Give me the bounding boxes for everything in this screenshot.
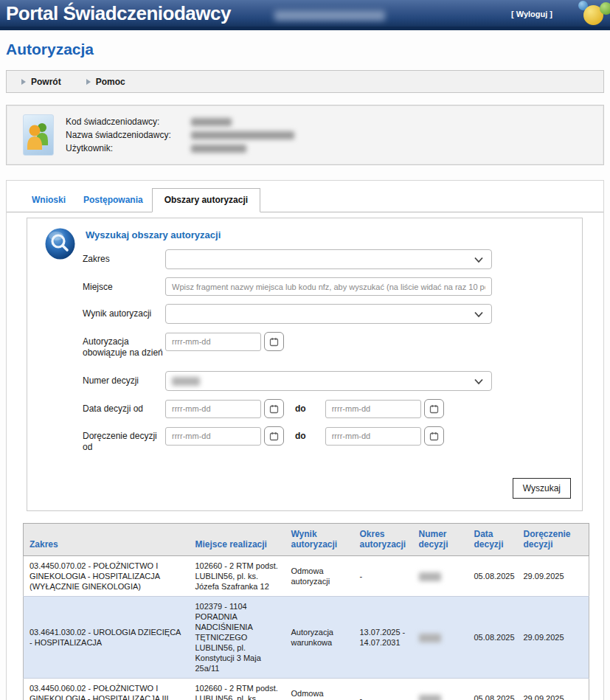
logo-circle-green <box>600 2 610 15</box>
table-row[interactable]: 03.4450.070.02 - POŁOŻNICTWO I GINEKOLOG… <box>24 556 589 597</box>
cell-numer <box>413 556 468 597</box>
cell-miejsce: 102660 - 2 RTM podst. LUBLIN56, pl. ks. … <box>190 679 285 700</box>
table-row[interactable]: 03.4450.060.02 - POŁOŻNICTWO I GINEKOLOG… <box>24 679 589 700</box>
autoryzacja-dzien-date-input[interactable] <box>165 333 261 351</box>
doreczenie-od-input[interactable] <box>165 427 261 446</box>
col-data: Data decyzji <box>468 524 518 556</box>
cell-doreczenie: 29.09.2025 <box>518 679 589 700</box>
form-row-data-decyzji: Data decyzji od do <box>27 399 582 418</box>
zakres-label: Zakres <box>83 249 165 265</box>
arrow-right-icon <box>86 79 91 85</box>
doreczenie-do-input[interactable] <box>325 427 421 446</box>
do-label: do <box>295 403 306 414</box>
search-submit-button[interactable]: Wyszukaj <box>513 478 571 499</box>
cell-okres: 13.07.2025 - 14.07.2031 <box>354 597 413 679</box>
form-row-wynik: Wynik autoryzacji <box>27 304 582 324</box>
provider-user-redacted <box>191 145 246 153</box>
tab-obszary-autoryzacji[interactable]: Obszary autoryzacji <box>152 188 260 212</box>
cell-data-decyzji: 05.08.2025 <box>468 597 518 679</box>
col-okres: Okres autoryzacji <box>354 524 413 556</box>
numer-decyzji-select[interactable] <box>165 371 492 391</box>
calendar-icon <box>269 404 279 414</box>
miejsce-input[interactable] <box>165 277 492 296</box>
calendar-button[interactable] <box>264 399 284 418</box>
toolbar-item-powrot[interactable]: Powrót <box>21 77 61 87</box>
search-form: Zakres Miejsce Wynik autoryzacji <box>27 249 582 453</box>
calendar-icon <box>269 337 279 347</box>
col-numer: Numer decyzji <box>413 524 468 556</box>
calendar-icon <box>429 404 439 414</box>
numer-decyzji-redacted-value <box>172 377 200 386</box>
col-wynik: Wynik autoryzacji <box>285 524 354 556</box>
logout-link[interactable]: [ Wyloguj ] <box>511 10 552 18</box>
main-panel: Wnioski Postępowania Obszary autoryzacji <box>6 180 604 700</box>
logo-circles-icon <box>576 0 610 30</box>
form-row-numer-decyzji: Numer decyzji <box>27 371 582 391</box>
numer-decyzji-redacted <box>419 695 441 700</box>
provider-name-label: Nazwa świadczeniodawcy: <box>66 130 191 140</box>
form-row-zakres: Zakres <box>27 249 582 269</box>
wynik-autoryzacji-select[interactable] <box>165 304 492 324</box>
header-redacted-text <box>274 10 385 21</box>
table-row[interactable]: 03.4641.030.02 - UROLOGIA DZIECIĘCA - HO… <box>24 597 589 679</box>
toolbar-item-pomoc[interactable]: Pomoc <box>86 77 125 87</box>
app-header: Portal Świadczeniodawcy [ Wyloguj ] <box>0 0 610 30</box>
cell-doreczenie: 29.09.2025 <box>518 597 589 679</box>
users-icon <box>23 114 54 156</box>
cell-numer <box>413 597 468 679</box>
cell-data-decyzji: 05.08.2025 <box>468 679 518 700</box>
provider-user-label: Użytkownik: <box>66 143 191 153</box>
cell-data-decyzji: 05.08.2025 <box>468 556 518 597</box>
cell-numer <box>413 679 468 700</box>
chevron-down-icon <box>474 377 484 387</box>
page-root: Portal Świadczeniodawcy [ Wyloguj ] Auto… <box>0 0 610 700</box>
toolbar: Powrót Pomoc <box>6 70 604 93</box>
data-decyzji-od-label: Data decyzji od <box>83 399 165 415</box>
provider-details: Kod świadczeniodawcy: Nazwa świadczeniod… <box>66 117 294 153</box>
chevron-down-icon <box>474 310 484 319</box>
cell-miejsce: 102660 - 2 RTM podst. LUBLIN56, pl. ks. … <box>190 556 285 597</box>
cell-zakres: 03.4450.060.02 - POŁOŻNICTWO I GINEKOLOG… <box>24 679 190 700</box>
tab-bar: Wnioski Postępowania Obszary autoryzacji <box>7 181 603 212</box>
calendar-button[interactable] <box>424 426 444 446</box>
numer-decyzji-redacted <box>419 572 441 581</box>
col-doreczenie: Doręczenie decyzji <box>518 524 589 556</box>
provider-name-redacted <box>191 131 294 139</box>
wynik-autoryzacji-label: Wynik autoryzacji <box>83 304 165 319</box>
form-row-autoryzacja-dzien: Autoryzacja obowiązuje na dzień <box>27 332 582 358</box>
search-panel: Wyszukaj obszary autoryzacji Zakres Miej… <box>27 218 583 511</box>
arrow-right-icon <box>21 79 26 85</box>
cell-okres: - <box>354 556 413 597</box>
provider-info-box: Kod świadczeniodawcy: Nazwa świadczeniod… <box>6 105 604 165</box>
search-icon <box>44 227 76 260</box>
col-miejsce: Miejsce realizacji <box>190 524 285 556</box>
calendar-button[interactable] <box>264 426 284 446</box>
col-zakres: Zakres <box>24 524 190 556</box>
cell-miejsce: 102379 - 1104 PORADNIA NADCIŚNIENIA TĘTN… <box>190 597 285 679</box>
cell-wynik: Odmowa autoryzacji <box>285 679 354 700</box>
calendar-button[interactable] <box>264 332 284 351</box>
tab-wnioski[interactable]: Wnioski <box>23 189 74 212</box>
chevron-down-icon <box>474 255 484 265</box>
doreczenie-od-label: Doręczenie decyzji od <box>83 426 165 453</box>
tab-postepowania[interactable]: Postępowania <box>74 189 152 212</box>
app-title: Portal Świadczeniodawcy <box>6 2 231 25</box>
toolbar-item-label: Pomoc <box>96 77 125 87</box>
cell-okres: - <box>354 679 413 700</box>
form-row-miejsce: Miejsce <box>27 277 582 296</box>
provider-code-label: Kod świadczeniodawcy: <box>66 117 191 127</box>
toolbar-item-label: Powrót <box>31 77 61 87</box>
cell-wynik: Autoryzacja warunkowa <box>285 597 354 679</box>
calendar-button[interactable] <box>424 399 444 418</box>
table-header-row: Zakres Miejsce realizacji Wynik autoryza… <box>24 524 589 556</box>
miejsce-label: Miejsce <box>83 277 165 293</box>
autoryzacja-dzien-label: Autoryzacja obowiązuje na dzień <box>83 332 165 358</box>
data-decyzji-do-input[interactable] <box>325 400 421 418</box>
cell-zakres: 03.4450.070.02 - POŁOŻNICTWO I GINEKOLOG… <box>24 556 190 597</box>
cell-zakres: 03.4641.030.02 - UROLOGIA DZIECIĘCA - HO… <box>24 597 190 679</box>
cell-doreczenie: 29.09.2025 <box>518 556 589 597</box>
zakres-select[interactable] <box>165 249 492 269</box>
submit-row: Wyszukaj <box>27 478 582 499</box>
cell-wynik: Odmowa autoryzacji <box>285 556 354 597</box>
data-decyzji-od-input[interactable] <box>165 400 261 418</box>
